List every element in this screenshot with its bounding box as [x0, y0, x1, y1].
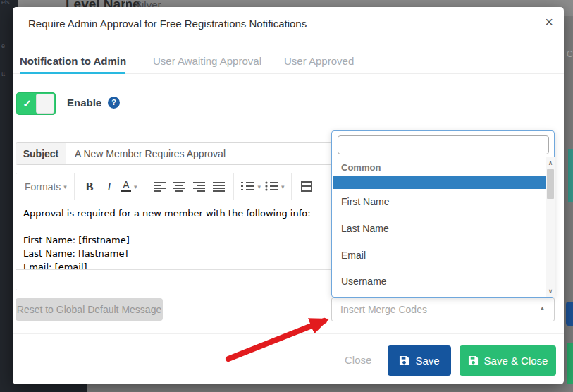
table-icon — [301, 181, 312, 192]
toolbar-group-formats: Formats ▾ — [18, 173, 75, 200]
tab-notification-to-admin[interactable]: Notification to Admin — [20, 55, 125, 67]
scrollbar-thumb[interactable] — [547, 169, 554, 199]
background-sidebar-fragment: e — [1, 42, 5, 49]
bullet-list-button[interactable]: ▾ — [265, 178, 285, 196]
insert-merge-codes-placeholder: Insert Merge Codes — [340, 304, 427, 315]
toolbar-group-align — [144, 173, 234, 200]
bullet-list-icon — [265, 181, 278, 192]
chevron-down-icon: ▾ — [281, 183, 285, 190]
toggle-knob — [36, 94, 54, 114]
dropdown-scrollbar[interactable]: ∧ ∨ — [546, 157, 555, 297]
table-button[interactable] — [299, 178, 314, 196]
align-justify-icon — [213, 181, 225, 192]
save-icon — [468, 355, 479, 366]
formats-label: Formats — [25, 181, 61, 192]
scroll-down-icon[interactable]: ∨ — [546, 286, 555, 297]
tab-bar: Notification to Admin User Awaiting Appr… — [13, 42, 564, 74]
merge-codes-dropdown-panel: Common First Name Last Name Email Userna… — [331, 130, 555, 298]
subject-label: Subject — [16, 143, 66, 164]
align-right-icon — [193, 181, 205, 192]
dropdown-item-username[interactable]: Username — [341, 276, 387, 287]
align-justify-button[interactable] — [211, 178, 226, 196]
background-blue-button-edge — [566, 302, 573, 326]
numbered-list-button[interactable]: ▾ — [241, 178, 261, 196]
toolbar-group-text-style: B I A ▾ — [75, 173, 145, 200]
save-and-close-button-label: Save & Close — [484, 355, 548, 367]
bold-button[interactable]: B — [82, 178, 97, 196]
align-left-button[interactable] — [152, 178, 167, 196]
dropdown-item-email[interactable]: Email — [341, 250, 366, 261]
save-button-label: Save — [415, 355, 439, 367]
toolbar-group-more — [292, 173, 321, 200]
save-button[interactable]: Save — [388, 345, 451, 376]
dropdown-group-label: Common — [341, 162, 381, 173]
tab-user-approved[interactable]: User Approved — [284, 55, 354, 67]
text-cursor — [343, 139, 343, 151]
text-color-letter: A — [123, 180, 129, 190]
active-tab-underline — [20, 72, 125, 74]
formats-dropdown-button[interactable]: Formats ▾ — [25, 178, 67, 196]
background-text-fragment: C — [567, 49, 573, 59]
enable-label: Enable — [67, 97, 101, 109]
help-icon[interactable]: ? — [108, 97, 120, 109]
dropdown-item-last-name[interactable]: Last Name — [341, 223, 389, 234]
text-color-icon: A — [121, 180, 131, 192]
align-left-icon — [154, 181, 166, 192]
italic-button[interactable]: I — [101, 178, 117, 196]
save-icon — [399, 355, 409, 366]
save-and-close-button[interactable]: Save & Close — [460, 345, 556, 376]
footer-divider — [13, 333, 564, 334]
modal-title: Require Admin Approval for Free Registra… — [28, 18, 307, 30]
check-icon: ✓ — [17, 93, 37, 114]
background-sidebar-fragment: els — [1, 0, 10, 6]
chevron-down-icon: ▾ — [134, 183, 137, 190]
modal-header: Require Admin Approval for Free Registra… — [13, 7, 564, 42]
dropdown-highlighted-option[interactable] — [333, 176, 546, 189]
chevron-down-icon: ▾ — [257, 183, 261, 190]
background-sidebar-fragment: tt — [1, 71, 5, 78]
align-center-button[interactable] — [171, 178, 187, 196]
align-right-button[interactable] — [191, 178, 207, 196]
insert-merge-codes-select[interactable]: Insert Merge Codes ▲ — [331, 298, 555, 321]
background-green-button-edge — [567, 343, 573, 384]
dropdown-search-input[interactable] — [338, 135, 549, 154]
chevron-down-icon: ▾ — [63, 183, 67, 190]
tab-user-awaiting-approval[interactable]: User Awaiting Approval — [153, 55, 261, 67]
background-teal-element-edge — [568, 149, 573, 202]
text-color-button[interactable]: A ▾ — [121, 178, 137, 196]
align-center-icon — [173, 181, 185, 192]
close-button[interactable]: Close — [345, 354, 371, 366]
modal-dialog: Require Admin Approval for Free Registra… — [13, 7, 564, 384]
numbered-list-icon — [241, 181, 254, 192]
reset-to-default-button[interactable]: Reset to Global Default Message — [16, 298, 163, 321]
text-color-bar — [121, 190, 131, 192]
toolbar-group-lists: ▾ ▾ — [234, 173, 292, 200]
screenshot-root: Level Name Silver els e tt C Require Adm… — [0, 0, 573, 392]
caret-up-icon: ▲ — [539, 305, 546, 312]
close-icon[interactable]: × — [545, 15, 553, 29]
enable-toggle[interactable]: ✓ — [16, 92, 56, 115]
dropdown-item-first-name[interactable]: First Name — [341, 196, 389, 207]
scroll-up-icon[interactable]: ∧ — [546, 157, 555, 169]
